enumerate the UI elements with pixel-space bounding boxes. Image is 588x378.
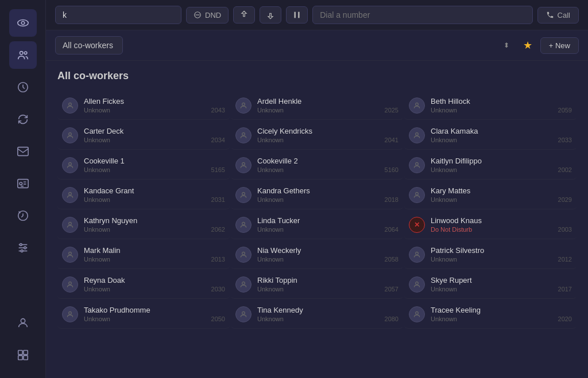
contact-item[interactable]: Skye Rupert Unknown 2017	[404, 270, 577, 299]
sidebar-icon-grid[interactable]	[9, 341, 37, 369]
dnd-label: DND	[205, 11, 221, 20]
contact-info: Clara Kamaka Unknown 2033	[431, 127, 572, 143]
contact-status: Unknown	[84, 286, 110, 293]
contact-item[interactable]: Allen Fickes Unknown 2043	[57, 91, 230, 120]
contact-meta: Unknown 2050	[84, 315, 225, 322]
sidebar-icon-person[interactable]	[9, 309, 37, 337]
contact-item[interactable]: Nia Weckerly Unknown 2058	[231, 240, 403, 269]
contact-status: Unknown	[257, 166, 284, 173]
contact-item[interactable]: Cicely Kendricks Unknown 2041	[231, 121, 403, 150]
contact-meta: Unknown 2043	[84, 107, 225, 114]
contact-item[interactable]: Cookeville 1 Unknown 5165	[57, 151, 230, 180]
contact-status: Unknown	[257, 137, 284, 143]
svg-point-31	[242, 162, 245, 165]
sidebar-icon-contact-card[interactable]	[9, 170, 37, 197]
contact-item[interactable]: Tracee Keeling Unknown 2020	[404, 300, 577, 329]
contact-avatar	[62, 157, 78, 173]
contact-status: Unknown	[257, 256, 284, 263]
dial-input[interactable]	[312, 6, 532, 24]
contact-meta: Unknown 2080	[257, 315, 399, 322]
contact-ext: 2012	[558, 256, 572, 263]
contact-item[interactable]: Kary Mattes Unknown 2029	[404, 181, 577, 209]
contact-item[interactable]: Cookeville 2 Unknown 5160	[231, 151, 403, 180]
contact-item[interactable]: Kathryn Nguyen Unknown 2062	[57, 211, 230, 239]
contact-info: Rikki Toppin Unknown 2057	[257, 276, 399, 293]
contact-item[interactable]: Kandra Gethers Unknown 2018	[231, 181, 403, 209]
contact-meta: Unknown 2025	[257, 107, 399, 114]
contact-ext: 2031	[211, 196, 225, 203]
contact-meta: Unknown 2034	[84, 137, 225, 143]
contact-info: Tracee Keeling Unknown 2020	[431, 306, 572, 322]
filter-select[interactable]: All co-workers Favorites Available Do No…	[55, 36, 123, 54]
svg-point-39	[242, 252, 245, 255]
contact-name: Mark Malin	[84, 246, 225, 255]
contact-item[interactable]: Clara Kamaka Unknown 2033	[404, 121, 577, 150]
contact-item[interactable]: Linda Tucker Unknown 2064	[231, 211, 403, 239]
new-button[interactable]: + New	[540, 37, 579, 54]
contact-status: Unknown	[431, 196, 457, 203]
sidebar-icon-mail[interactable]	[9, 138, 37, 165]
contact-item[interactable]: Rikki Toppin Unknown 2057	[231, 270, 403, 299]
contact-avatar	[235, 157, 252, 173]
sidebar-icon-clock[interactable]	[9, 73, 37, 101]
contact-info: Kary Mattes Unknown 2029	[431, 186, 572, 203]
pause-button[interactable]	[286, 6, 308, 24]
contact-ext: 2050	[211, 315, 225, 322]
contact-status: Unknown	[84, 196, 110, 203]
contact-ext: 2064	[385, 226, 399, 233]
contact-meta: Unknown 2033	[431, 137, 572, 143]
contact-name: Tina Kennedy	[257, 306, 399, 314]
contact-avatar	[409, 276, 425, 293]
contact-name: Kaitlyn Difilippo	[431, 157, 572, 165]
contact-info: Linwood Knaus Do Not Disturb 2003	[431, 216, 572, 233]
svg-point-36	[69, 222, 72, 225]
contact-info: Reyna Doak Unknown 2030	[84, 276, 225, 293]
contact-status: Unknown	[431, 315, 457, 322]
contact-ext: 2059	[558, 107, 572, 114]
call-button[interactable]: Call	[537, 7, 579, 24]
contact-avatar	[235, 98, 252, 114]
favorites-star-button[interactable]: ★	[520, 37, 536, 54]
sidebar-icon-sliders[interactable]	[9, 234, 37, 262]
dnd-button[interactable]: DND	[186, 7, 229, 24]
contact-name: Linwood Knaus	[431, 216, 572, 225]
transfer-out-button[interactable]	[260, 6, 281, 24]
search-input[interactable]	[55, 6, 181, 24]
contact-item[interactable]: Tina Kennedy Unknown 2080	[231, 300, 403, 329]
svg-point-13	[24, 247, 26, 249]
contact-item[interactable]: Kaitlyn Difilippo Unknown 2002	[404, 151, 577, 180]
contact-ext: 2017	[558, 286, 572, 293]
contact-item[interactable]: Ardell Henkle Unknown 2025	[231, 91, 403, 120]
contact-info: Kandace Grant Unknown 2031	[84, 186, 225, 203]
transfer-in-button[interactable]	[233, 6, 255, 24]
sidebar	[0, 0, 46, 378]
contact-meta: Unknown 5165	[84, 166, 225, 173]
contact-status: Unknown	[257, 196, 284, 203]
contact-item[interactable]: Beth Hillock Unknown 2059	[404, 91, 577, 120]
contact-item[interactable]: Reyna Doak Unknown 2030	[57, 270, 230, 299]
contact-info: Cookeville 1 Unknown 5165	[84, 157, 225, 173]
contact-status: Unknown	[431, 166, 457, 173]
contact-avatar	[409, 187, 425, 203]
contact-item[interactable]: Linwood Knaus Do Not Disturb 2003	[404, 211, 577, 239]
contact-item[interactable]: Carter Deck Unknown 2034	[57, 121, 230, 150]
sidebar-icon-eye[interactable]	[9, 9, 37, 37]
contact-name: Skye Rupert	[431, 276, 572, 285]
sidebar-icon-history[interactable]	[9, 202, 37, 229]
contact-ext: 2002	[558, 166, 572, 173]
filter-select-wrapper[interactable]: All co-workers Favorites Available Do No…	[55, 36, 515, 54]
contact-info: Cicely Kendricks Unknown 2041	[257, 127, 399, 143]
contact-item[interactable]: Takako Prudhomme Unknown 2050	[57, 300, 230, 329]
contact-item[interactable]: Kandace Grant Unknown 2031	[57, 181, 230, 209]
contact-item[interactable]: Patrick Silvestro Unknown 2012	[404, 240, 577, 269]
svg-point-7	[20, 182, 22, 185]
sidebar-icon-refresh[interactable]	[9, 106, 37, 133]
sidebar-icon-users[interactable]	[9, 41, 37, 69]
contact-status: Unknown	[257, 226, 284, 233]
contact-avatar	[62, 127, 78, 143]
contact-name: Nia Weckerly	[257, 246, 399, 255]
contact-ext: 2025	[385, 107, 399, 114]
contact-info: Patrick Silvestro Unknown 2012	[431, 246, 572, 263]
contact-ext: 2062	[211, 226, 225, 233]
contact-item[interactable]: Mark Malin Unknown 2013	[57, 240, 230, 269]
